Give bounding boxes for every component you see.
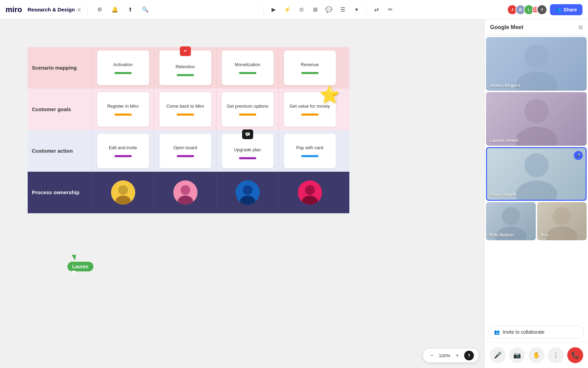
svg-point-7 [181, 185, 190, 195]
comment-icon-retention [180, 46, 191, 56]
tool-comment[interactable]: 💬 [323, 3, 335, 16]
mic-button[interactable]: 🎤 [490, 347, 506, 363]
tool-list[interactable]: ☰ [337, 3, 349, 16]
card-retention[interactable]: Retention [159, 51, 211, 85]
lauren-label: Lauren [67, 262, 93, 271]
notification-icon[interactable]: 🔔 [109, 4, 120, 15]
card-bar-premium [239, 114, 256, 116]
row-header-goals: Customer goals [28, 89, 92, 130]
center-toolbar: ▶ ⚡ ⊙ ⊞ 💬 ☰ ▾ ⇄ ✏ [155, 3, 503, 16]
external-link-icon[interactable]: ⧉ [579, 24, 582, 30]
zoom-out-button[interactable]: − [428, 351, 436, 360]
rhys-video-label: Rhys Smyth [490, 192, 516, 197]
card-upgradeplan[interactable]: Upgrade plan [222, 134, 274, 168]
card-comeback[interactable]: Come back to Miro [159, 92, 211, 127]
svg-rect-3 [246, 134, 249, 134]
cell-upgradeplan: Upgrade plan [216, 130, 278, 172]
card-paycard[interactable]: Pay with card [284, 134, 336, 168]
camera-button[interactable]: 📷 [509, 347, 525, 363]
invite-collaborate-button[interactable]: 👥 Invite to collaborate [489, 325, 584, 339]
row-header-action: Customer action [28, 130, 92, 172]
more-options-button[interactable]: ⋮ [548, 347, 564, 363]
process-avatar-3 [236, 180, 260, 205]
hand-button[interactable]: ✋ [529, 347, 544, 363]
help-button[interactable]: ? [464, 351, 474, 360]
star-icon[interactable]: ☆ [77, 7, 81, 12]
cell-editinvite: Edit and invite [92, 130, 154, 172]
meet-videos: James Rogers Lauren Oneill 🎤 Rhys Smyth [485, 36, 588, 322]
svg-point-17 [524, 153, 549, 177]
card-activation[interactable]: Activation [97, 51, 149, 85]
cell-activation: Activation [92, 47, 154, 89]
tool-forward[interactable]: ▶ [267, 3, 280, 16]
settings-icon[interactable]: ⚙ [94, 4, 105, 15]
card-revenue[interactable]: Revenue [284, 51, 336, 85]
svg-point-19 [502, 207, 520, 225]
svg-point-14 [516, 72, 557, 91]
tool-pen[interactable]: ✏ [384, 3, 396, 16]
card-register[interactable]: Register in Miro [97, 92, 149, 127]
svg-point-10 [240, 196, 255, 205]
card-editinvite[interactable]: Edit and invite [97, 134, 149, 168]
svg-point-8 [178, 196, 193, 205]
video-tile-rob: Rob Hutton [486, 202, 536, 240]
tool-more[interactable]: ▾ [350, 3, 363, 16]
share-button[interactable]: 👥 Share [550, 4, 582, 15]
svg-point-9 [243, 185, 252, 195]
cell-value: Get value for money ⭐ [278, 89, 341, 130]
avatar-svg-3 [236, 180, 260, 205]
video-tile-you: You [537, 202, 587, 240]
end-call-button[interactable]: 📞 [567, 347, 583, 363]
card-bar-upgrade [239, 157, 256, 159]
svg-point-12 [302, 196, 318, 205]
miro-logo: miro [6, 5, 22, 14]
row-action: Customer action Edit and invite Open boa… [28, 130, 349, 172]
meet-invite-section: 👥 Invite to collaborate [489, 325, 584, 339]
cell-revenue: Revenue [278, 47, 341, 89]
svg-point-16 [516, 127, 557, 146]
card-monetization[interactable]: Monetization [222, 51, 274, 85]
svg-point-5 [118, 185, 128, 195]
share-icon: 👥 [555, 7, 561, 12]
cell-premium: Get premium options [216, 89, 278, 130]
tool-frame[interactable]: ⊞ [309, 3, 321, 16]
cell-register: Register in Miro [92, 89, 154, 130]
upload-icon[interactable]: ⬆ [125, 4, 136, 15]
avatar-you: Y [537, 5, 547, 15]
main-area: James Rhys Rob Lauren [0, 19, 588, 368]
svg-point-13 [524, 44, 549, 68]
canvas[interactable]: James Rhys Rob Lauren [0, 19, 484, 368]
cell-paycard: Pay with card [278, 130, 341, 172]
board-title: Research & Design ☆ [28, 7, 82, 12]
row-scenario: Scenario mapping Activation Retenti [28, 47, 349, 89]
topbar: miro Research & Design ☆ ⚙ 🔔 ⬆ 🔍 ▶ ⚡ ⊙ ⊞… [0, 0, 588, 19]
svg-rect-2 [184, 51, 186, 52]
tool-lightning[interactable]: ⚡ [281, 3, 294, 16]
tool-target[interactable]: ⊙ [295, 3, 307, 16]
card-bar-monetization [239, 72, 256, 74]
meet-panel: Google Meet ⧉ James Rogers Lauren Oneill [484, 19, 588, 368]
process-avatar-2 [173, 180, 197, 205]
tool-arrange[interactable]: ⇄ [370, 3, 383, 16]
row-process: Process ownership [28, 172, 349, 213]
svg-rect-4 [246, 134, 248, 135]
avatar-svg-2 [173, 180, 197, 205]
card-premium[interactable]: Get premium options [222, 92, 274, 127]
lauren-arrow-icon [72, 255, 76, 260]
right-tools: J R L 12 Y 👥 Share [507, 4, 582, 15]
search-icon[interactable]: 🔍 [140, 4, 151, 15]
card-bar-revenue [301, 72, 319, 74]
svg-point-21 [553, 207, 571, 225]
card-openboard[interactable]: Open board [159, 134, 211, 168]
meet-title: Google Meet [490, 24, 523, 30]
board-container: Scenario mapping Activation Retenti [28, 47, 349, 213]
cell-monetization: Monetization [216, 47, 278, 89]
process-cell-2 [154, 172, 216, 213]
process-avatar-4 [298, 180, 322, 205]
process-cell-1 [92, 172, 154, 213]
card-bar-retention [177, 74, 194, 76]
card-bar-activation [114, 72, 132, 74]
zoom-in-button[interactable]: + [453, 351, 461, 360]
svg-rect-1 [184, 50, 187, 51]
process-cell-3 [216, 172, 278, 213]
